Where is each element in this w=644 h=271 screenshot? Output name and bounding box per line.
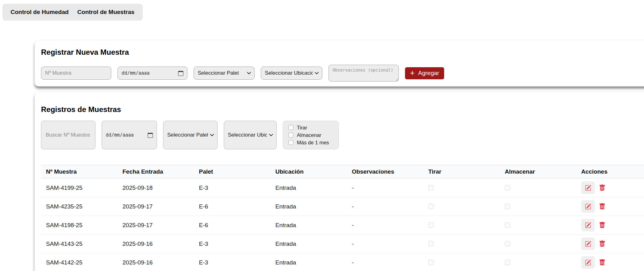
cell-palet: E-3 xyxy=(194,179,270,197)
edit-pencil-icon xyxy=(585,259,591,266)
palet-text: E-6 xyxy=(199,203,208,210)
filter-palet-select[interactable]: Seleccionar Palet xyxy=(163,121,218,149)
trash-icon xyxy=(599,203,605,210)
tirar-checkbox[interactable] xyxy=(428,204,434,209)
tirar-checkbox[interactable] xyxy=(428,260,434,265)
cell-muestra: SAM-4235-25 xyxy=(41,197,117,216)
search-sample-input[interactable] xyxy=(41,121,95,149)
col-header-almacenar: Almacenar xyxy=(500,165,576,179)
date-placeholder-text: dd/mm/aaaa xyxy=(106,132,134,138)
tirar-checkbox[interactable] xyxy=(428,185,434,190)
cell-ubicacion: Entrada xyxy=(270,179,347,197)
observaciones-textarea[interactable] xyxy=(329,65,399,82)
ubicacion-select[interactable]: Seleccionar Ubicación Pal xyxy=(261,67,322,80)
palet-select[interactable]: Seleccionar Palet xyxy=(194,67,255,80)
chevron-down-icon xyxy=(315,71,319,75)
cell-almacenar xyxy=(500,235,576,253)
almacenar-checkbox[interactable] xyxy=(505,241,510,246)
filter-checkbox-almacenar[interactable]: Almacenar xyxy=(288,132,333,138)
tab-control-muestras[interactable]: Control de Muestras xyxy=(77,9,135,16)
row-actions xyxy=(581,256,644,269)
tab-control-humedad[interactable]: Control de Humedad xyxy=(11,9,69,16)
filter-checkbox-mas-de-1-mes[interactable]: Más de 1 mes xyxy=(288,140,333,146)
tirar-checkbox[interactable] xyxy=(428,241,434,246)
edit-button[interactable] xyxy=(581,200,595,213)
sample-number-text: SAM-4198-25 xyxy=(46,222,82,228)
checkbox-icon[interactable] xyxy=(288,125,293,130)
sample-number-text: SAM-4199-25 xyxy=(46,185,82,191)
ubicacion-select-value: Seleccionar Ubicación Pal xyxy=(265,70,313,76)
cell-tirar xyxy=(423,253,500,271)
tirar-checkbox[interactable] xyxy=(428,222,434,228)
chevron-down-icon xyxy=(210,133,214,137)
delete-button[interactable] xyxy=(599,203,605,210)
ubicacion-text: Entrada xyxy=(275,241,296,247)
cell-observaciones: - xyxy=(347,179,423,197)
edit-pencil-icon xyxy=(585,203,591,210)
filter-checkbox-tirar[interactable]: Tirar xyxy=(288,125,333,131)
register-sample-card: Registrar Nueva Muestra dd/mm/aaaa Selec… xyxy=(34,40,644,86)
cell-observaciones: - xyxy=(347,197,423,216)
trash-icon xyxy=(599,240,605,247)
delete-button[interactable] xyxy=(599,259,605,266)
entry-date-input[interactable]: dd/mm/aaaa xyxy=(117,67,187,80)
ubicacion-text: Entrada xyxy=(275,185,296,191)
edit-button[interactable] xyxy=(581,219,595,231)
almacenar-checkbox[interactable] xyxy=(505,260,510,265)
checkbox-icon[interactable] xyxy=(288,133,293,138)
table-row: SAM-4199-25 2025-09-18 E-3 Entrada - xyxy=(41,179,644,197)
entry-date-text: 2025-09-16 xyxy=(122,241,153,247)
cell-acciones xyxy=(576,197,644,216)
observaciones-text: - xyxy=(352,185,354,191)
cell-acciones xyxy=(576,179,644,197)
calendar-icon xyxy=(148,133,153,138)
almacenar-checkbox[interactable] xyxy=(505,185,510,190)
cell-ubicacion: Entrada xyxy=(270,216,347,235)
delete-button[interactable] xyxy=(599,222,605,229)
sample-number-text: SAM-4142-25 xyxy=(46,259,82,266)
col-header-ubicacion: Ubicación xyxy=(270,165,347,179)
cell-muestra: SAM-4143-25 xyxy=(41,235,117,253)
filter-ubicacion-select-value: Seleccionar Ubicaci xyxy=(228,132,267,138)
almacenar-checkbox[interactable] xyxy=(505,222,510,228)
cell-acciones xyxy=(576,235,644,253)
cell-fecha-entrada: 2025-09-18 xyxy=(117,179,194,197)
agregar-button[interactable]: + Agregar xyxy=(405,67,444,79)
delete-button[interactable] xyxy=(599,240,605,247)
chevron-down-icon xyxy=(247,71,251,75)
entry-date-text: 2025-09-16 xyxy=(122,259,153,266)
edit-button[interactable] xyxy=(581,181,595,194)
row-actions xyxy=(581,181,644,194)
cell-fecha-entrada: 2025-09-16 xyxy=(117,235,194,253)
chevron-down-icon xyxy=(269,133,273,137)
edit-pencil-icon xyxy=(585,241,591,247)
checkbox-label: Tirar xyxy=(297,125,307,131)
palet-text: E-3 xyxy=(199,241,208,247)
palet-text: E-6 xyxy=(199,222,208,228)
edit-button[interactable] xyxy=(581,237,595,250)
table-row: SAM-4235-25 2025-09-17 E-6 Entrada - xyxy=(41,197,644,216)
filter-checkbox-group: Tirar Almacenar Más de 1 mes xyxy=(283,121,339,149)
entry-date-text: 2025-09-18 xyxy=(122,185,153,191)
checkbox-icon[interactable] xyxy=(288,140,293,145)
edit-button[interactable] xyxy=(581,256,595,269)
filter-date-input[interactable]: dd/mm/aaaa xyxy=(102,121,157,149)
date-placeholder-text: dd/mm/aaaa xyxy=(122,70,150,76)
checkbox-label: Almacenar xyxy=(297,132,321,138)
almacenar-checkbox[interactable] xyxy=(505,204,510,209)
cell-palet: E-6 xyxy=(194,197,270,216)
observaciones-text: - xyxy=(352,203,354,210)
col-header-palet: Palet xyxy=(194,165,270,179)
cell-tirar xyxy=(423,197,500,216)
delete-button[interactable] xyxy=(599,184,605,191)
sample-number-input[interactable] xyxy=(41,67,111,80)
edit-pencil-icon xyxy=(585,222,591,228)
trash-icon xyxy=(599,259,605,266)
ubicacion-text: Entrada xyxy=(275,203,296,210)
cell-fecha-entrada: 2025-09-17 xyxy=(117,216,194,235)
sample-records-card: Registros de Muestras dd/mm/aaaa Selecci… xyxy=(34,92,644,271)
filter-ubicacion-select[interactable]: Seleccionar Ubicaci xyxy=(224,121,277,149)
row-actions xyxy=(581,237,644,250)
cell-palet: E-6 xyxy=(194,216,270,235)
cell-muestra: SAM-4142-25 xyxy=(41,253,117,271)
